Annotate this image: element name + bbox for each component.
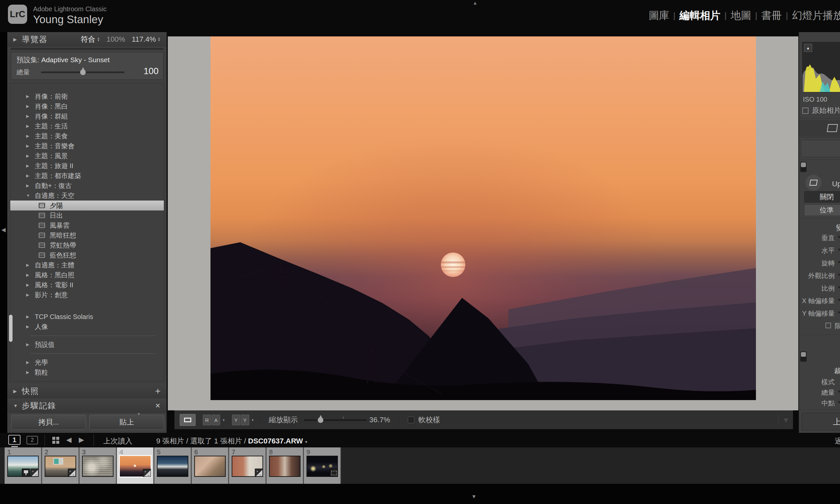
clear-history-button[interactable]: ✕ <box>155 402 161 410</box>
filmstrip-cell[interactable]: 5 <box>154 447 191 484</box>
photo-thumbnail[interactable] <box>7 456 39 477</box>
photo-thumbnail[interactable] <box>269 456 301 477</box>
chevron-down-icon[interactable]: ▾ <box>223 418 225 422</box>
vignette-amount-slider[interactable] <box>838 391 840 393</box>
flag-badge-icon[interactable] <box>22 469 30 476</box>
photo-canvas[interactable] <box>211 36 756 400</box>
adjust-badge-icon[interactable] <box>68 469 76 476</box>
filmstrip-cell[interactable]: 4 <box>117 447 154 484</box>
preset-group-row[interactable]: ▶ 自適應：主體 <box>10 260 164 270</box>
snapshots-header[interactable]: ▶ 快照 + <box>7 384 166 398</box>
preset-row[interactable]: 藍色狂想 <box>10 250 164 260</box>
preset-group-row[interactable]: ▶ 光學 <box>10 357 164 367</box>
view-y1-button[interactable]: Y <box>232 415 240 425</box>
photo-thumbnail[interactable] <box>194 456 226 477</box>
toolbar-options-icon[interactable]: ▽ <box>784 418 788 422</box>
filmstrip-cell[interactable]: 9 <box>304 447 341 484</box>
previous-button[interactable]: 上一個 <box>802 413 840 431</box>
filmstrip-cell[interactable]: 3 <box>79 447 117 484</box>
preset-group-row[interactable]: ▶ 風格：電影 II <box>10 280 164 290</box>
preset-group-row[interactable]: ▶ 自動+：復古 <box>10 181 164 191</box>
photo-thumbnail[interactable] <box>119 455 151 478</box>
filmstrip-cell[interactable]: 6 <box>192 447 229 484</box>
photo-thumbnail[interactable] <box>306 456 338 477</box>
module-nav-item[interactable]: 圖庫 <box>645 8 673 22</box>
filmstrip-cell[interactable]: 2 <box>42 447 79 484</box>
photo-thumbnail[interactable] <box>232 456 263 477</box>
preset-group-row[interactable]: ▶ 主題：生活 <box>10 121 164 131</box>
second-window-button[interactable]: 2 <box>26 436 38 445</box>
before-after-group[interactable]: Y Y ▾ <box>232 415 254 425</box>
filmstrip-cell[interactable]: 7 <box>229 447 266 484</box>
add-snapshot-button[interactable]: + <box>155 386 161 396</box>
collapse-top-panel-icon[interactable]: ▲ <box>472 0 478 6</box>
panel-switch-toggle[interactable] <box>800 162 807 172</box>
preset-group-row[interactable]: ▶ 顆粒 <box>10 367 164 377</box>
photo-thumbnail[interactable] <box>157 456 188 477</box>
history-header[interactable]: ▼ 步驟記錄 ✕ <box>7 398 166 413</box>
zoom-slider-thumb[interactable] <box>318 417 323 423</box>
module-nav-item[interactable]: 編輯相片 <box>676 8 725 22</box>
grid-view-icon[interactable] <box>52 437 59 444</box>
navigator-header[interactable]: ▶ 導覽器 符合 ▲▼ 100% 117.4% ▲▼ <box>7 32 166 47</box>
preset-group-row[interactable]: ▶ 肖像：群組 <box>10 111 164 121</box>
transform-slider[interactable] <box>838 274 840 276</box>
transform-slider[interactable] <box>838 286 840 288</box>
preset-group-row[interactable]: ▶ TCP Classic Solaris <box>10 312 164 322</box>
preset-group-row[interactable]: ▶ 主題：旅遊 II <box>10 161 164 171</box>
preset-group-row[interactable]: ▶ 主題：音樂會 <box>10 141 164 151</box>
module-nav-item[interactable]: 書冊 <box>757 8 786 22</box>
previous-photo-icon[interactable]: ◀ <box>66 436 71 444</box>
chevron-down-icon[interactable]: ▾ <box>252 418 254 422</box>
adjust-badge-icon[interactable] <box>255 469 263 476</box>
photo-thumbnail[interactable] <box>45 456 76 477</box>
histogram[interactable]: ▲ <box>802 42 840 92</box>
preset-group-row[interactable]: ▶ 主題：風景 <box>10 151 164 161</box>
transform-tool-icon[interactable] <box>827 124 838 132</box>
copy-button[interactable]: 拷貝... <box>11 415 86 430</box>
crop-badge-icon[interactable] <box>329 469 338 476</box>
preset-group-row[interactable]: ▶ 預設值 <box>10 340 164 349</box>
filmstrip-cell[interactable]: 8 <box>266 447 304 484</box>
shadow-clipping-icon[interactable]: ▲ <box>804 44 812 52</box>
filmstrip-cell[interactable]: 1 <box>5 447 42 484</box>
adjust-badge-icon[interactable] <box>31 469 38 476</box>
main-window-button[interactable]: 1 <box>8 435 20 445</box>
preset-group-row[interactable]: ▶ 肖像：黑白 <box>10 101 164 111</box>
amount-slider-thumb[interactable] <box>80 70 86 75</box>
panel-switch-toggle[interactable] <box>800 352 807 362</box>
preset-group-row[interactable]: ▼ 自適應：天空 <box>10 191 164 200</box>
photo-thumbnail[interactable] <box>82 456 113 477</box>
preset-group-row[interactable]: ▶ 風格：黑白照 <box>10 270 164 280</box>
transform-slider[interactable] <box>838 311 840 313</box>
transform-slider[interactable] <box>838 299 840 301</box>
reference-view-group[interactable]: R A ▾ <box>203 415 225 425</box>
navigator-fit[interactable]: 符合 <box>81 34 95 44</box>
zoom-slider-track[interactable] <box>304 419 367 421</box>
navigator-zoom[interactable]: 117.4% <box>132 35 156 44</box>
preset-row[interactable]: 夕陽 <box>10 200 164 211</box>
preset-group-row[interactable]: ▶ 主題：美食 <box>10 131 164 141</box>
soft-proof-checkbox[interactable] <box>408 417 414 423</box>
module-nav-item[interactable]: 地圖 <box>727 8 755 22</box>
collapse-left-panel-icon[interactable]: ◀ <box>1 226 6 233</box>
view-r-button[interactable]: R <box>203 415 211 425</box>
next-photo-icon[interactable]: ▶ <box>79 436 84 444</box>
preset-group-row[interactable]: ▶ 主題：都市建築 <box>10 171 164 181</box>
preset-group-row[interactable]: ▶ 人像 <box>10 322 164 331</box>
adjust-badge-icon[interactable] <box>143 469 151 477</box>
loupe-view-button[interactable] <box>180 414 196 426</box>
vignette-midpoint-slider[interactable] <box>838 401 840 403</box>
preset-row[interactable]: 黑暗狂想 <box>10 230 164 240</box>
view-y2-button[interactable]: Y <box>241 415 249 425</box>
preset-row[interactable]: 霓虹熱帶 <box>10 240 164 250</box>
upright-level-button[interactable]: 位準 <box>804 204 840 216</box>
upright-off-button[interactable]: 關閉 <box>804 191 840 202</box>
original-photo-row[interactable]: 原始相片 <box>802 106 840 115</box>
left-panel-scrollbar[interactable] <box>8 314 13 342</box>
navigator-100[interactable]: 100% <box>107 35 125 44</box>
constrain-crop-checkbox[interactable] <box>825 323 831 328</box>
last-import-label[interactable]: 上次讀入 <box>103 436 132 446</box>
view-a-button[interactable]: A <box>212 415 220 425</box>
transform-slider[interactable] <box>838 261 840 263</box>
